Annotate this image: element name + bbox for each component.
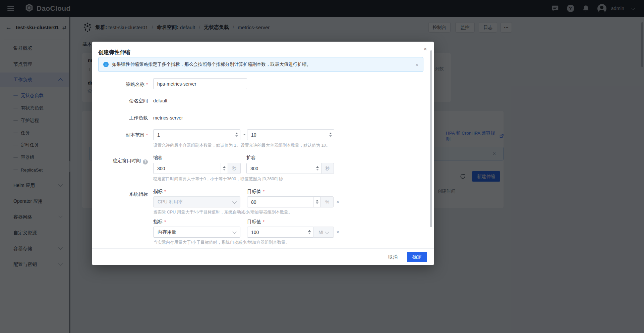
metric-select-1[interactable]: CPU 利用率 [153, 196, 240, 207]
target-value-field-1 [247, 196, 321, 207]
target-1-stepper[interactable] [313, 197, 320, 207]
target-value-field-2 [247, 227, 313, 238]
scale-up-window-field [246, 163, 321, 174]
replica-min-stepper[interactable] [233, 130, 240, 140]
target-label-1: 目标值 [247, 189, 265, 195]
replica-max-field [247, 129, 334, 140]
metric-help-2: 当实际内存用量大于/小于目标值时，系统自动减少/增加容器组副本数量。 [153, 240, 290, 245]
scale-down-window-field [153, 163, 228, 174]
app-root: DaoCloud ? admin ← test-sku-cluster01 ⇄ … [0, 0, 644, 333]
scale-down-label: 缩容 [153, 155, 163, 161]
target-value-input-2[interactable] [247, 230, 306, 235]
alert-close-icon[interactable]: × [415, 62, 418, 67]
metric-label-1: 指标 [153, 189, 166, 195]
info-alert: i 如果弹性伸缩策略指定了多个指标，那么会按照每个指标分别计算扩缩副本数，取最大… [98, 57, 423, 72]
metric-select-2[interactable]: 内存用量 [153, 227, 240, 238]
namespace-label: 命名空间 [104, 97, 148, 104]
scale-up-unit: 秒 [321, 163, 334, 174]
system-metrics-label: 系统指标 [104, 191, 148, 197]
workload-value: metrics-server [153, 114, 183, 121]
target-2-stepper[interactable] [306, 227, 313, 237]
modal-footer: 取消 确定 [92, 248, 434, 265]
scale-up-window-input[interactable] [247, 166, 314, 171]
chevron-down-icon [232, 230, 237, 234]
modal-close-icon[interactable]: × [423, 46, 427, 52]
target-label-2: 目标值 [247, 219, 265, 225]
stable-window-label: 稳定窗口时间? [104, 157, 148, 164]
workload-label: 工作负载 [104, 114, 148, 121]
replica-min-field [153, 129, 240, 140]
scale-up-stepper[interactable] [314, 163, 321, 174]
modal-title: 创建弹性伸缩 [98, 49, 130, 56]
replica-min-input[interactable] [154, 132, 233, 138]
info-alert-text: 如果弹性伸缩策略指定了多个指标，那么会按照每个指标分别计算扩缩副本数，取最大值进… [112, 61, 311, 67]
cancel-button[interactable]: 取消 [388, 254, 398, 260]
range-tilde: ~ [243, 132, 245, 137]
remove-metric-icon-1[interactable]: × [336, 199, 339, 205]
metric-help-1: 当实际 CPU 用量大于/小于目标值时，系统自动减少/增加容器组副本数量。 [153, 209, 292, 215]
scale-down-stepper[interactable] [221, 163, 228, 174]
target-value-input-1[interactable] [247, 199, 313, 205]
target-unit-select-2[interactable]: Mi [313, 227, 334, 238]
confirm-button[interactable]: 确定 [407, 252, 427, 262]
chevron-down-icon [232, 199, 237, 204]
modal-scrollbar-thumb[interactable] [430, 50, 432, 227]
policy-name-input[interactable] [154, 81, 247, 87]
replica-range-label: 副本范围 [104, 132, 148, 139]
replica-max-input[interactable] [247, 132, 327, 138]
policy-name-label: 策略名称 [104, 81, 148, 88]
namespace-value: default [153, 97, 167, 104]
remove-metric-icon-2[interactable]: × [336, 230, 339, 235]
scale-up-label: 扩容 [246, 155, 256, 161]
replica-range-help: 设置允许的最小容器组副本数量，默认值为 1。设置允许的最大容器组副本数量，默认值… [153, 143, 330, 148]
scale-down-unit: 秒 [228, 163, 241, 174]
info-icon: i [103, 62, 109, 67]
policy-name-field [153, 78, 247, 89]
replica-max-stepper[interactable] [327, 130, 334, 140]
stable-window-help: 稳定窗口时间需要大于等于0，小于等于3600，取值范围为 [0,3600] 秒 [153, 176, 283, 182]
metric-label-2: 指标 [153, 219, 166, 225]
chevron-down-icon [325, 230, 329, 234]
help-question-icon[interactable]: ? [143, 159, 148, 164]
target-unit-1: % [321, 196, 334, 207]
scale-down-window-input[interactable] [154, 166, 221, 171]
create-hpa-modal: 创建弹性伸缩 × i 如果弹性伸缩策略指定了多个指标，那么会按照每个指标分别计算… [92, 42, 434, 265]
